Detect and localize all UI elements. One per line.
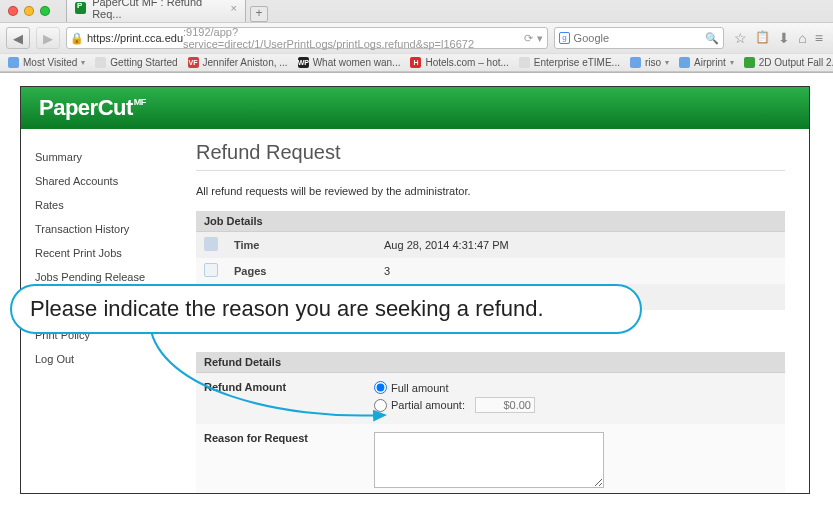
url-path: :9192/app?service=direct/1/UserPrintLogs… [183,26,524,50]
bookmark-airprint[interactable]: Airprint▾ [679,57,734,68]
app-header: PaperCutMF [21,87,809,129]
logo-text: PaperCut [39,95,133,120]
sidebar-item-shared-accounts[interactable]: Shared Accounts [35,175,172,187]
refund-amount-label: Refund Amount [204,381,374,416]
tab-bar: PaperCut MF : Refund Req... × + [60,0,833,22]
search-bar[interactable]: g 🔍 [554,27,724,49]
annotation-text: Please indicate the reason you are seeki… [30,296,544,321]
sidebar-item-recent-print-jobs[interactable]: Recent Print Jobs [35,247,172,259]
download-icon[interactable]: ⬇ [778,30,790,46]
chevron-left-icon: ◀ [13,31,23,46]
refund-details-header: Refund Details [196,352,785,373]
url-bar[interactable]: 🔒 https://print.cca.edu :9192/app?servic… [66,27,548,49]
bookmark-icon [95,57,106,68]
url-host: https://print.cca.edu [87,32,183,44]
sidebar-item-log-out[interactable]: Log Out [35,353,172,365]
tab-title: PaperCut MF : Refund Req... [92,0,224,20]
full-amount-radio[interactable] [374,381,387,394]
bookmark-jennifer-aniston[interactable]: VFJennifer Aniston, ... [188,57,288,68]
bookmark-label: Enterprise eTIME... [534,57,620,68]
sidebar-item-jobs-pending-release[interactable]: Jobs Pending Release [35,271,172,283]
home-icon[interactable]: ⌂ [798,30,806,46]
browser-tab[interactable]: PaperCut MF : Refund Req... × [66,0,246,22]
bookmark-enterprise-etime[interactable]: Enterprise eTIME... [519,57,620,68]
sidebar-item-rates[interactable]: Rates [35,199,172,211]
page-icon [204,263,218,277]
papercut-logo: PaperCutMF [39,95,146,121]
forward-button[interactable]: ▶ [36,27,60,49]
clipboard-icon[interactable]: 📋 [755,30,770,46]
bookmark-2d-output-fall-2[interactable]: 2D Output Fall 2... [744,57,833,68]
clock-icon [204,237,218,251]
sidebar-item-summary[interactable]: Summary [35,151,172,163]
window-zoom-dot[interactable] [40,6,50,16]
tab-favicon [75,2,86,14]
bookmark-hotels-com-hot[interactable]: HHotels.com – hot... [410,57,508,68]
bookmark-icon [519,57,530,68]
bookmark-label: Airprint [694,57,726,68]
review-note: All refund requests will be reviewed by … [196,185,785,197]
reason-textarea[interactable] [374,432,604,488]
pages-value: 3 [376,258,785,284]
bookmarks-bar: Most Visited▾Getting StartedVFJennifer A… [0,53,833,72]
chevron-down-icon: ▾ [665,58,669,67]
pages-label: Pages [226,258,376,284]
bookmark-label: Getting Started [110,57,177,68]
job-details-header: Job Details [196,211,785,232]
star-icon[interactable]: ☆ [734,30,747,46]
chevron-down-icon: ▾ [81,58,85,67]
time-value: Aug 28, 2014 4:31:47 PM [376,232,785,258]
url-dropdown-icon[interactable]: ▾ [537,32,543,45]
search-icon[interactable]: 🔍 [705,32,719,45]
lock-icon: 🔒 [71,32,83,44]
job-row-pages: Pages 3 [196,258,785,284]
bookmark-label: riso [645,57,661,68]
partial-amount-input[interactable] [475,397,535,413]
google-icon: g [559,32,569,44]
menu-icon[interactable]: ≡ [815,30,823,46]
page-title: Refund Request [196,141,785,171]
window-close-dot[interactable] [8,6,18,16]
bookmark-icon: VF [188,57,199,68]
partial-amount-label: Partial amount: [391,399,465,411]
new-tab-button[interactable]: + [250,6,268,22]
reason-label: Reason for Request [204,432,374,490]
full-amount-label: Full amount [391,382,448,394]
bookmark-label: Hotels.com – hot... [425,57,508,68]
bookmark-label: Most Visited [23,57,77,68]
sidebar-item-transaction-history[interactable]: Transaction History [35,223,172,235]
bookmark-icon [630,57,641,68]
nav-toolbar: ◀ ▶ 🔒 https://print.cca.edu :9192/app?se… [0,22,833,53]
bookmark-icon [8,57,19,68]
bookmark-getting-started[interactable]: Getting Started [95,57,177,68]
bookmark-label: Jennifer Aniston, ... [203,57,288,68]
time-label: Time [226,232,376,258]
bookmark-icon: H [410,57,421,68]
bookmark-icon [679,57,690,68]
bookmark-what-women-wan[interactable]: WPWhat women wan... [298,57,401,68]
bookmark-riso[interactable]: riso▾ [630,57,669,68]
search-input[interactable] [574,32,706,44]
job-row-time: Time Aug 28, 2014 4:31:47 PM [196,232,785,258]
window-minimize-dot[interactable] [24,6,34,16]
reason-row: Reason for Request [196,424,785,494]
browser-chrome: PaperCut MF : Refund Req... × + ◀ ▶ 🔒 ht… [0,0,833,73]
bookmark-label: 2D Output Fall 2... [759,57,833,68]
chevron-down-icon: ▾ [730,58,734,67]
bookmark-icon [744,57,755,68]
annotation-callout: Please indicate the reason you are seeki… [10,284,642,334]
refund-amount-row: Refund Amount Full amount Partial amount… [196,373,785,424]
bookmark-label: What women wan... [313,57,401,68]
reload-icon[interactable]: ⟳ [524,32,533,45]
tab-close-icon[interactable]: × [231,2,237,14]
chevron-right-icon: ▶ [43,31,53,46]
partial-amount-radio[interactable] [374,399,387,412]
bookmark-most-visited[interactable]: Most Visited▾ [8,57,85,68]
bookmark-icon: WP [298,57,309,68]
back-button[interactable]: ◀ [6,27,30,49]
